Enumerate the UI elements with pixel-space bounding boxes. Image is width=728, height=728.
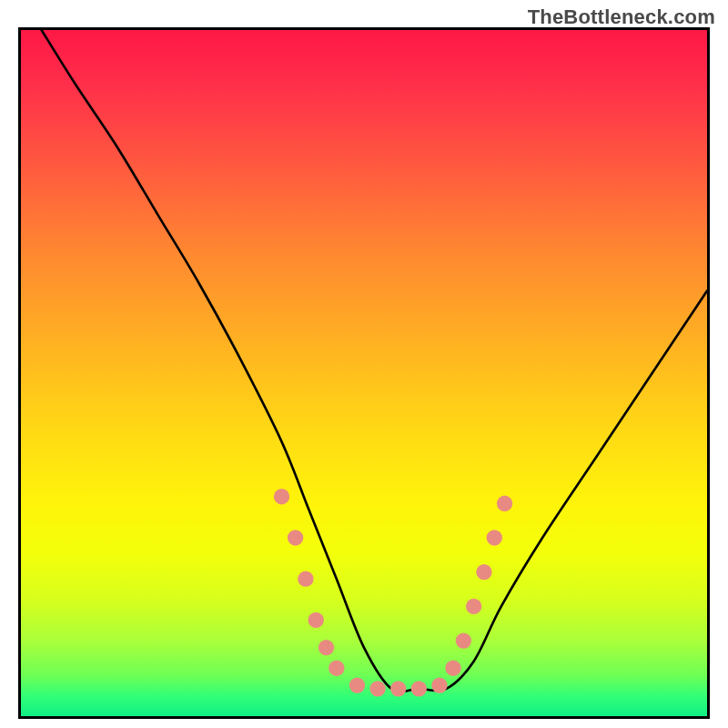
marker-dot	[349, 677, 365, 693]
marker-dot	[456, 632, 471, 648]
chart-container: TheBottleneck.com	[0, 0, 728, 728]
marker-dot	[318, 640, 334, 655]
marker-dot	[497, 496, 512, 511]
bottleneck-curve	[42, 30, 707, 692]
marker-dot	[487, 530, 502, 545]
marker-dot	[288, 530, 303, 545]
marker-dot	[466, 599, 481, 614]
marker-dot	[476, 564, 491, 580]
marker-dot	[369, 681, 385, 696]
marker-dot	[390, 681, 406, 696]
marker-dot	[411, 681, 427, 696]
plot-area	[21, 30, 707, 716]
marker-dot	[298, 571, 313, 587]
marker-dot	[445, 661, 460, 676]
marker-dot	[308, 612, 324, 628]
watermark-text: TheBottleneck.com	[528, 5, 715, 29]
curve-layer	[21, 30, 707, 716]
marker-dot	[431, 677, 447, 693]
marker-dots	[274, 489, 512, 696]
plot-frame	[18, 27, 710, 719]
marker-dot	[329, 661, 344, 676]
marker-dot	[274, 489, 289, 504]
